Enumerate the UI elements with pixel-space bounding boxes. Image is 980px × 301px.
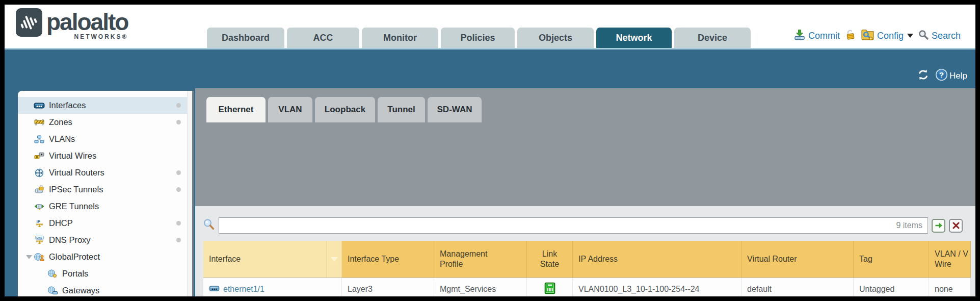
search-button[interactable]: Search	[918, 29, 961, 43]
management-profile-cell: Mgmt_Services	[434, 278, 527, 296]
sidebar-item-zones[interactable]: Zones	[18, 114, 192, 131]
item-dot	[176, 238, 181, 242]
vlans-icon	[33, 135, 45, 143]
sidebar-item-globalprotect[interactable]: GlobalProtect	[18, 248, 192, 265]
top-header-bar: paloalto NETWORKS® Dashboard ACC Monitor…	[5, 5, 975, 48]
tab-loopback[interactable]: Loopback	[315, 97, 375, 122]
virtual-router-cell: default	[741, 278, 854, 296]
table-header-row: Interface Interface Type Management Prof…	[203, 241, 971, 278]
item-dot	[176, 120, 181, 124]
sidebar-item-interfaces[interactable]: Interfaces	[18, 97, 192, 114]
sidebar-item-label: GlobalProtect	[49, 252, 100, 262]
sidebar-item-label: Virtual Routers	[49, 168, 104, 178]
network-sidebar: Interfaces Zones VLANs Virtual Wires Vir…	[18, 91, 194, 296]
dns-proxy-icon: DNS	[33, 236, 45, 244]
tab-device[interactable]: Device	[674, 28, 751, 48]
sort-dropdown[interactable]	[327, 241, 342, 278]
tab-vlan[interactable]: VLAN	[268, 97, 312, 122]
sidebar-item-gre-tunnels[interactable]: GRE Tunnels	[18, 198, 192, 215]
col-header-link-state[interactable]: Link State	[527, 241, 573, 278]
sidebar-item-gateways[interactable]: Gateways	[18, 282, 192, 296]
screenshot-frame: paloalto NETWORKS® Dashboard ACC Monitor…	[0, 0, 980, 301]
item-dot	[176, 103, 181, 108]
sidebar-item-label: Portals	[62, 269, 88, 279]
svg-text:DNS: DNS	[36, 236, 42, 239]
paloalto-waves-icon	[16, 8, 42, 39]
interface-link[interactable]: ethernet1/1	[223, 285, 264, 294]
sidebar-item-label: IPSec Tunnels	[49, 185, 103, 194]
col-header-tag[interactable]: Tag	[854, 241, 929, 278]
paloalto-logo: paloalto NETWORKS®	[16, 8, 128, 40]
sidebar-item-label: DHCP	[49, 218, 73, 228]
interfaces-icon	[33, 102, 45, 109]
sidebar-item-label: Interfaces	[49, 101, 86, 110]
sidebar-item-label: Gateways	[62, 286, 99, 295]
interface-cell: ethernet1/1	[203, 278, 342, 296]
search-label: Search	[932, 31, 961, 41]
dhcp-icon: IP	[33, 219, 45, 228]
tab-network[interactable]: Network	[596, 28, 672, 48]
col-header-virtual-router[interactable]: Virtual Router	[741, 241, 854, 278]
interface-type-cell: Layer3	[342, 278, 434, 296]
sidebar-item-label: VLANs	[49, 134, 75, 144]
ip-address-cell: VLAN0100_L3_10-1-100-254--24	[573, 278, 741, 296]
sidebar-item-vlans[interactable]: VLANs	[18, 131, 192, 147]
tab-objects[interactable]: Objects	[517, 28, 594, 48]
tab-ethernet[interactable]: Ethernet	[206, 97, 266, 122]
interface-type-tabs: Ethernet VLAN Loopback Tunnel SD-WAN	[195, 88, 975, 122]
sidebar-item-label: GRE Tunnels	[49, 202, 99, 211]
apply-filter-button[interactable]	[932, 219, 945, 233]
ethernet-port-icon	[209, 285, 220, 294]
clear-filter-button[interactable]	[949, 219, 963, 233]
config-dropdown-button[interactable]: Config	[861, 28, 913, 43]
tab-sdwan[interactable]: SD-WAN	[428, 97, 482, 122]
sidebar-item-dns-proxy[interactable]: DNS DNS Proxy	[18, 232, 192, 248]
tab-monitor[interactable]: Monitor	[362, 28, 438, 48]
expander-triangle-icon[interactable]	[26, 255, 32, 259]
zones-icon	[33, 118, 45, 126]
main-nav-tabs: Dashboard ACC Monitor Policies Objects N…	[207, 28, 751, 48]
svg-text:?: ?	[939, 71, 944, 79]
sidebar-item-label: Virtual Wires	[49, 151, 96, 161]
col-header-vlan-wire[interactable]: VLAN / VWire	[929, 241, 971, 278]
col-header-interface[interactable]: Interface	[203, 241, 327, 278]
gre-tunnels-icon	[33, 203, 45, 210]
main-panel: Ethernet VLAN Loopback Tunnel SD-WAN 9 i…	[195, 88, 975, 296]
caret-down-icon	[907, 34, 913, 38]
sidebar-item-virtual-wires[interactable]: Virtual Wires	[18, 147, 192, 164]
config-icon	[861, 28, 875, 43]
sidebar-item-dhcp[interactable]: IP DHCP	[18, 215, 192, 232]
virtual-routers-icon	[33, 168, 45, 178]
commit-icon	[793, 29, 806, 43]
sidebar-item-virtual-routers[interactable]: Virtual Routers	[18, 164, 192, 181]
tag-cell: Untagged	[854, 278, 929, 296]
tab-tunnel[interactable]: Tunnel	[378, 97, 425, 122]
commit-button[interactable]: Commit	[793, 29, 840, 43]
portals-icon	[46, 269, 59, 278]
col-header-ip-address[interactable]: IP Address	[573, 241, 741, 278]
filter-row: 9 items	[195, 206, 975, 235]
help-button[interactable]: ? Help	[935, 68, 967, 84]
link-state-cell	[527, 278, 573, 296]
interfaces-table: Interface Interface Type Management Prof…	[203, 241, 971, 296]
commit-label: Commit	[808, 31, 840, 41]
tab-dashboard[interactable]: Dashboard	[207, 28, 284, 48]
sidebar-item-ipsec-tunnels[interactable]: IPSec Tunnels	[18, 181, 192, 198]
item-dot	[176, 187, 181, 192]
tab-acc[interactable]: ACC	[287, 28, 359, 48]
globalprotect-icon	[33, 253, 45, 261]
refresh-icon[interactable]	[917, 69, 929, 83]
link-state-up-icon	[543, 282, 557, 296]
col-header-interface-type[interactable]: Interface Type	[342, 241, 434, 278]
tab-policies[interactable]: Policies	[441, 28, 515, 48]
svg-text:IP: IP	[36, 219, 40, 224]
sidebar-item-portals[interactable]: Portals	[18, 265, 192, 282]
col-header-management-profile[interactable]: Management Profile	[434, 241, 527, 278]
lock-button[interactable]	[844, 29, 856, 43]
sort-triangle-icon	[331, 257, 338, 262]
item-dot	[176, 221, 181, 225]
filter-input[interactable]	[219, 218, 896, 233]
table-row: ethernet1/1 Layer3 Mgmt_Services VLAN010…	[203, 278, 971, 296]
header-utilities: Commit Config Search	[793, 28, 961, 43]
title-band: ? Help	[5, 48, 975, 88]
